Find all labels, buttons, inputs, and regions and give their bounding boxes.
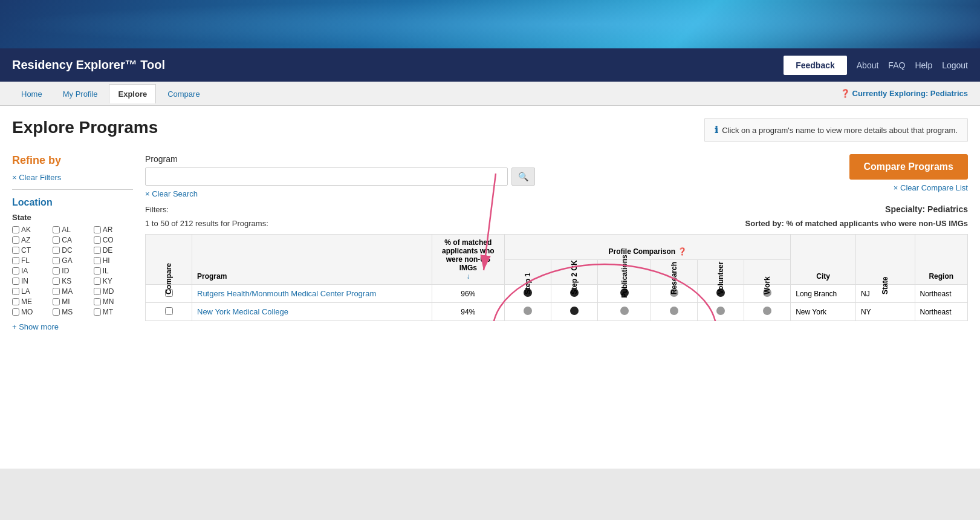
th-state: State	[855, 235, 915, 285]
search-input-row: 🔍	[145, 167, 849, 186]
nav-explore[interactable]: Explore	[109, 84, 156, 103]
th-compare: Compare	[146, 235, 192, 285]
state-mn[interactable]: MN	[94, 297, 133, 306]
sidebar: Refine by × Clear Filters Location State…	[12, 154, 133, 331]
state-mt[interactable]: MT	[94, 308, 133, 316]
top-nav-right: Feedback About FAQ Help Logout	[784, 56, 968, 75]
state-fl[interactable]: FL	[12, 256, 51, 265]
logout-link[interactable]: Logout	[942, 60, 968, 70]
program-label: Program	[145, 154, 849, 164]
state-al[interactable]: AL	[53, 226, 92, 234]
page-title: Explore Programs	[12, 118, 158, 137]
nav-compare[interactable]: Compare	[158, 84, 209, 103]
state-ga[interactable]: GA	[53, 256, 92, 265]
table-row: New York Medical College 94% New York	[146, 303, 968, 321]
state-il[interactable]: IL	[94, 267, 133, 275]
state-ca[interactable]: CA	[53, 236, 92, 244]
app-title: Residency Explorer™ Tool	[12, 58, 165, 72]
state-ak[interactable]: AK	[12, 226, 51, 234]
state-id[interactable]: ID	[53, 267, 92, 275]
state-mo[interactable]: MO	[12, 308, 51, 316]
compare-section: Compare Programs × Clear Compare List	[849, 154, 969, 192]
nav-myprofile[interactable]: My Profile	[54, 84, 107, 103]
show-more-link[interactable]: + Show more	[12, 322, 133, 331]
city-2: New York	[791, 303, 856, 321]
page-header: Explore Programs ℹ Click on a program's …	[12, 118, 968, 142]
step2ck-2	[551, 303, 597, 321]
state-grid: AK AL AR AZ CA CO CT DC DE FL GA HI IA I…	[12, 226, 133, 316]
currently-exploring: ❓ Currently Exploring: Pediatrics	[840, 89, 968, 98]
th-profile-comparison: Profile Comparison ❓	[504, 235, 790, 260]
info-box: ℹ Click on a program's name to view more…	[704, 118, 968, 142]
specialty-value: Pediatrics	[930, 89, 968, 98]
state-label: State	[12, 213, 133, 222]
results-info: 1 to 50 of 212 results for Programs: Sor…	[145, 219, 968, 228]
step1-2	[504, 303, 551, 321]
state-ma[interactable]: MA	[53, 287, 92, 296]
compare-checkbox-2[interactable]	[146, 303, 192, 321]
state-de[interactable]: DE	[94, 246, 133, 255]
results-table: Compare Program % of matched applicants …	[145, 234, 968, 321]
program-link-1[interactable]: Rutgers Health/Monmouth Medical Center P…	[197, 289, 376, 298]
state-ms[interactable]: MS	[53, 308, 92, 316]
info-text: Click on a program's name to view more d…	[722, 126, 958, 135]
state-md[interactable]: MD	[94, 287, 133, 296]
profile-comparison-info-icon[interactable]: ❓	[678, 247, 687, 256]
state-hi[interactable]: HI	[94, 256, 133, 265]
dot-volunteer-2	[716, 307, 725, 315]
th-research: Research	[651, 259, 698, 285]
about-link[interactable]: About	[857, 60, 879, 70]
state-ia[interactable]: IA	[12, 267, 51, 275]
info-icon: ℹ	[715, 125, 718, 135]
nav-home[interactable]: Home	[12, 84, 51, 103]
table-wrapper: Compare Program % of matched applicants …	[145, 234, 968, 321]
state-in[interactable]: IN	[12, 277, 51, 285]
th-publications: Publications	[597, 259, 651, 285]
pct-2: 94%	[432, 303, 504, 321]
state-ks[interactable]: KS	[53, 277, 92, 285]
search-button[interactable]: 🔍	[511, 167, 535, 186]
th-pct: % of matched applicants who were non-US …	[432, 235, 504, 285]
research-2	[651, 303, 698, 321]
feedback-button[interactable]: Feedback	[784, 56, 847, 75]
results-summary: 1 to 50 of 212 results for Programs:	[145, 219, 268, 228]
th-step1: Step 1	[504, 259, 551, 285]
publications-2	[597, 303, 651, 321]
volunteer-2	[698, 303, 744, 321]
state-dc[interactable]: DC	[53, 246, 92, 255]
program-link-2[interactable]: New York Medical College	[197, 307, 288, 316]
state-mi[interactable]: MI	[53, 297, 92, 306]
dot-step2ck-2	[570, 307, 579, 315]
help-link[interactable]: Help	[915, 60, 932, 70]
state-2: NY	[855, 303, 915, 321]
work-2	[744, 303, 791, 321]
filters-row: Filters: Specialty: Pediatrics	[145, 204, 968, 214]
th-region: Region	[915, 235, 967, 285]
location-title: Location	[12, 197, 133, 208]
top-nav: Residency Explorer™ Tool Feedback About …	[0, 48, 980, 82]
region-2: Northeast	[915, 303, 967, 321]
state-co[interactable]: CO	[94, 236, 133, 244]
clear-search-link[interactable]: × Clear Search	[145, 189, 849, 198]
th-program: Program	[192, 235, 432, 285]
dot-step1-2	[524, 307, 532, 315]
state-ct[interactable]: CT	[12, 246, 51, 255]
state-az[interactable]: AZ	[12, 236, 51, 244]
table-container: Compare Program % of matched applicants …	[145, 234, 968, 321]
clear-filters-link[interactable]: × Clear Filters	[12, 173, 133, 182]
state-ky[interactable]: KY	[94, 277, 133, 285]
th-volunteer: Volunteer	[698, 259, 744, 285]
question-icon: ❓	[840, 89, 852, 98]
state-la[interactable]: LA	[12, 287, 51, 296]
faq-link[interactable]: FAQ	[888, 60, 905, 70]
state-ar[interactable]: AR	[94, 226, 133, 234]
compare-programs-button[interactable]: Compare Programs	[849, 154, 969, 180]
layout-row: Refine by × Clear Filters Location State…	[12, 154, 968, 331]
clear-compare-link[interactable]: × Clear Compare List	[894, 183, 968, 192]
banner	[0, 0, 980, 48]
specialty-text: Specialty: Pediatrics	[885, 204, 968, 214]
program-name-1: Rutgers Health/Monmouth Medical Center P…	[192, 285, 432, 303]
state-me[interactable]: ME	[12, 297, 51, 306]
search-input[interactable]	[145, 167, 508, 186]
dot-research-2	[670, 307, 678, 315]
